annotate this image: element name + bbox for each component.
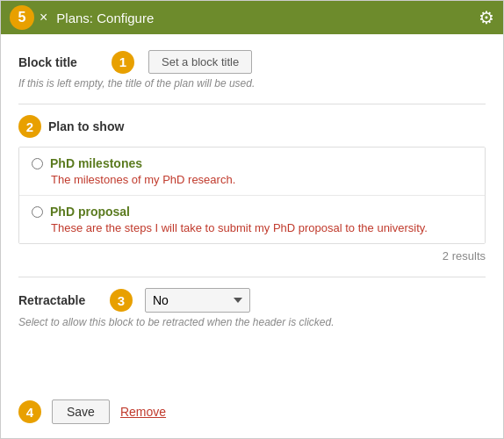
plan-name-1: PhD proposal: [50, 205, 130, 219]
set-title-button[interactable]: Set a block title: [148, 50, 252, 74]
retractable-section: Retractable 3 No Yes Select to allow thi…: [18, 288, 486, 328]
block-title-section: Block title 1 Set a block title If this …: [18, 50, 486, 90]
results-count: 2 results: [18, 249, 486, 263]
divider-2: [18, 277, 486, 277]
plan-to-show-section: 2 Plan to show PhD milestones The milest…: [18, 115, 486, 263]
retractable-hint: Select to allow this block to be retract…: [18, 316, 486, 328]
plan-item-0: PhD milestones The milestones of my PhD …: [19, 148, 485, 196]
plan-radio-0[interactable]: [32, 158, 43, 169]
block-title-label: Block title: [18, 55, 97, 69]
title-bar: 5 × Plans: Configure ⚙: [1, 1, 503, 34]
gear-icon[interactable]: ⚙: [479, 7, 494, 28]
plan-badge: 2: [18, 115, 41, 138]
plan-name-0: PhD milestones: [50, 156, 142, 170]
footer: 4 Save Remove: [1, 391, 503, 438]
retractable-badge: 3: [110, 289, 133, 312]
footer-badge: 4: [18, 400, 41, 423]
plan-item-1: PhD proposal These are the steps I will …: [19, 196, 485, 243]
retractable-row: Retractable 3 No Yes: [18, 288, 486, 313]
block-title-hint: If this is left empty, the title of the …: [18, 77, 486, 90]
window-title: Plans: Configure: [56, 11, 479, 25]
divider-1: [18, 104, 486, 104]
plan-header: 2 Plan to show: [18, 115, 486, 138]
remove-button[interactable]: Remove: [120, 405, 166, 419]
content-area: Block title 1 Set a block title If this …: [1, 34, 503, 391]
plan-radio-row-1: PhD proposal: [32, 205, 472, 219]
retractable-select[interactable]: No Yes: [145, 288, 250, 313]
save-button[interactable]: Save: [52, 399, 110, 424]
title-bar-badge: 5: [10, 5, 34, 30]
configure-window: 5 × Plans: Configure ⚙ Block title 1 Set…: [0, 0, 504, 439]
retractable-label: Retractable: [18, 293, 97, 307]
plan-desc-0: The milestones of my PhD research.: [51, 173, 472, 186]
plan-desc-1: These are the steps I will take to submi…: [51, 221, 472, 234]
close-button[interactable]: ×: [40, 11, 47, 25]
block-title-row: Block title 1 Set a block title: [18, 50, 486, 74]
plan-list: PhD milestones The milestones of my PhD …: [18, 147, 486, 244]
block-title-badge: 1: [112, 51, 134, 74]
plan-radio-row-0: PhD milestones: [32, 156, 472, 170]
plan-radio-1[interactable]: [32, 206, 43, 218]
plan-to-show-label: Plan to show: [48, 119, 124, 133]
